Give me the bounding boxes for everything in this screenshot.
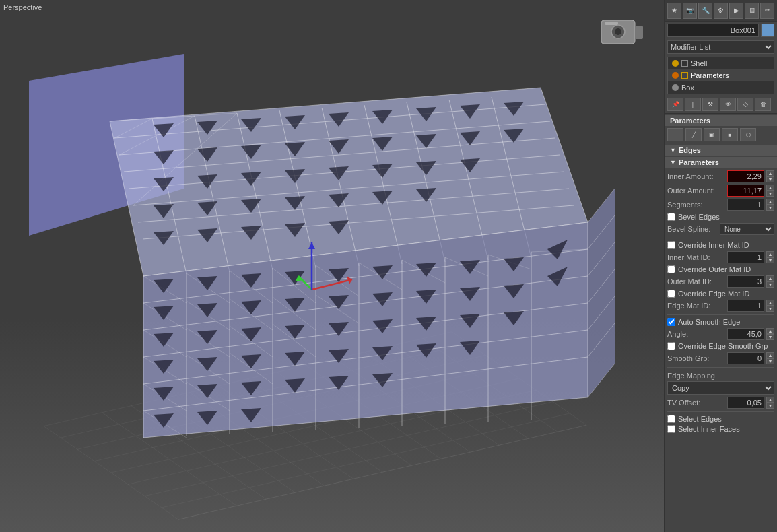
inner-amount-down[interactable]: ▼ (766, 176, 774, 182)
outer-amount-spinner[interactable]: ▲ ▼ (766, 185, 774, 197)
tv-offset-up[interactable]: ▲ (766, 397, 774, 403)
smooth-grp-label: Smooth Grp: (667, 354, 725, 362)
segments-down[interactable]: ▼ (766, 205, 774, 211)
stack-active-btn[interactable]: | (685, 98, 701, 111)
subobj-vertex-btn[interactable]: ⋅ (667, 128, 683, 141)
subobj-border-btn[interactable]: ▣ (704, 128, 720, 141)
edge-mat-id-input[interactable] (727, 300, 764, 312)
override-outer-label: Override Outer Mat ID (678, 265, 751, 273)
modifier-item-shell[interactable]: Shell (668, 57, 774, 69)
subobj-poly-btn[interactable]: ■ (722, 128, 738, 141)
subobj-edge-btn[interactable]: ╱ (685, 128, 702, 141)
subobj-element-btn[interactable]: ⬡ (740, 128, 756, 141)
stack-pin-btn[interactable]: 📌 (667, 98, 683, 111)
modifier-stack: Shell Parameters Box (667, 57, 774, 94)
params-arrow: ▼ (670, 159, 676, 166)
modifier-visibility-editpoly[interactable] (681, 72, 688, 79)
inner-mat-id-row: Inner Mat ID: ▲ ▼ (667, 251, 774, 263)
edge-mat-id-down[interactable]: ▼ (766, 306, 774, 312)
smooth-grp-up[interactable]: ▲ (766, 352, 774, 358)
modifier-list-dropdown[interactable]: Modifier List (667, 40, 774, 54)
angle-label: Angle: (667, 330, 725, 338)
edges-label: Edges (679, 146, 701, 154)
object-name-input[interactable] (667, 24, 759, 37)
tv-offset-down[interactable]: ▼ (766, 403, 774, 409)
select-inner-faces-checkbox[interactable] (667, 425, 675, 433)
toolbar-icon-display[interactable]: 🖥 (745, 3, 759, 19)
angle-spinner[interactable]: ▲ ▼ (766, 328, 774, 340)
bevel-spline-select[interactable]: None (720, 223, 774, 235)
auto-smooth-checkbox[interactable] (667, 318, 675, 326)
stack-show-vp-btn[interactable]: 👁 (720, 98, 736, 111)
stack-tools-btn[interactable]: ⚒ (702, 98, 718, 111)
object-color-box[interactable] (761, 24, 774, 37)
smooth-grp-spinner[interactable]: ▲ ▼ (766, 352, 774, 364)
segments-spinner[interactable]: ▲ ▼ (766, 199, 774, 211)
outer-mat-id-down[interactable]: ▼ (766, 281, 774, 288)
angle-up[interactable]: ▲ (766, 328, 774, 334)
bevel-edges-checkbox[interactable] (667, 213, 675, 221)
viewport[interactable]: Perspective (0, 0, 664, 532)
object-name-row (665, 22, 777, 39)
toolbar-icon-star[interactable]: ★ (667, 3, 681, 19)
inner-mat-id-spinner[interactable]: ▲ ▼ (766, 251, 774, 263)
edge-mat-id-spinner[interactable]: ▲ ▼ (766, 300, 774, 312)
inner-mat-id-down[interactable]: ▼ (766, 257, 774, 263)
modifier-item-editpoly[interactable]: Parameters (668, 69, 774, 81)
toolbar-icon-utilities[interactable]: ✏ (760, 3, 774, 19)
outer-mat-id-label: Outer Mat ID: (667, 277, 725, 286)
auto-smooth-row: Auto Smooth Edge (667, 318, 774, 326)
inner-mat-id-label: Inner Mat ID: (667, 253, 725, 261)
smooth-grp-down[interactable]: ▼ (766, 358, 774, 364)
outer-amount-down[interactable]: ▼ (766, 191, 774, 197)
outer-amount-up[interactable]: ▲ (766, 185, 774, 191)
override-edge-smooth-label: Override Edge Smooth Grp (678, 342, 768, 350)
tv-offset-input[interactable] (727, 397, 764, 409)
override-edge-smooth-checkbox[interactable] (667, 342, 675, 350)
smooth-grp-row: Smooth Grp: ▲ ▼ (667, 352, 774, 364)
outer-mat-id-input[interactable] (727, 275, 764, 288)
tv-offset-spinner[interactable]: ▲ ▼ (766, 397, 774, 409)
select-edges-checkbox[interactable] (667, 415, 675, 423)
override-edge-checkbox[interactable] (667, 290, 675, 298)
inner-mat-id-input[interactable] (727, 251, 764, 263)
edge-mapping-select[interactable]: Copy None Strip Fan (667, 381, 774, 395)
inner-amount-input[interactable] (727, 170, 764, 182)
stack-remove-btn[interactable]: 🗑 (755, 98, 771, 111)
stack-make-unique-btn[interactable]: ◇ (737, 98, 753, 111)
edges-arrow: ▼ (670, 147, 676, 154)
angle-down[interactable]: ▼ (766, 334, 774, 340)
segments-input[interactable] (727, 199, 764, 211)
divider-1 (667, 238, 774, 238)
toolbar-icon-hierarchy[interactable]: ⚙ (714, 3, 728, 19)
segments-up[interactable]: ▲ (766, 199, 774, 205)
inner-amount-spinner[interactable]: ▲ ▼ (766, 170, 774, 182)
outer-mat-id-up[interactable]: ▲ (766, 275, 774, 281)
toolbar-icon-camera[interactable]: 📷 (683, 3, 697, 19)
edge-mat-id-up[interactable]: ▲ (766, 300, 774, 306)
edit-poly-label: Parameters (670, 117, 710, 125)
inner-mat-id-up[interactable]: ▲ (766, 251, 774, 257)
modifier-icon-editpoly (672, 72, 679, 79)
modifier-label-editpoly: Parameters (691, 71, 729, 79)
toolbar-icon-modifier[interactable]: 🔧 (698, 3, 712, 19)
params-panel: Inner Amount: ▲ ▼ Outer Amount: ▲ ▼ Segm… (665, 168, 777, 438)
smooth-grp-input[interactable] (727, 352, 764, 364)
modifier-label-shell: Shell (691, 59, 707, 67)
modifier-item-box[interactable]: Box (668, 81, 774, 94)
bevel-spline-label: Bevel Spline: (667, 225, 718, 233)
toolbar-icon-motion[interactable]: ▶ (729, 3, 743, 19)
modifier-icon-shell (672, 60, 679, 67)
inner-amount-up[interactable]: ▲ (766, 170, 774, 176)
divider-4 (667, 411, 774, 412)
outer-amount-input[interactable] (727, 185, 764, 197)
inner-amount-row: Inner Amount: ▲ ▼ (667, 170, 774, 182)
modifier-visibility-shell[interactable] (681, 60, 688, 67)
override-outer-checkbox[interactable] (667, 265, 675, 273)
divider-2 (667, 314, 774, 315)
override-inner-checkbox[interactable] (667, 241, 675, 249)
angle-input[interactable] (727, 328, 764, 340)
outer-mat-id-spinner[interactable]: ▲ ▼ (766, 275, 774, 288)
outer-mat-id-row: Outer Mat ID: ▲ ▼ (667, 275, 774, 288)
inner-amount-label: Inner Amount: (667, 172, 725, 180)
